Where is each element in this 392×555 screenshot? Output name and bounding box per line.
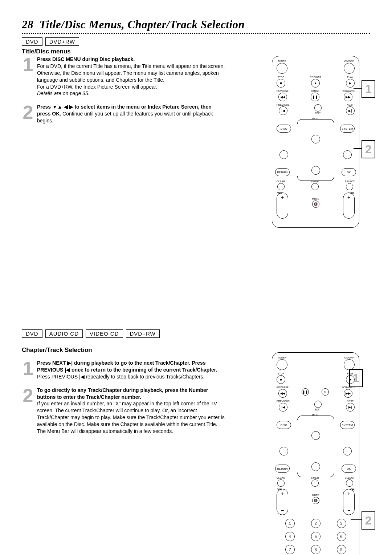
num-8[interactable]: 8: [311, 545, 320, 554]
num-1[interactable]: 1: [285, 519, 295, 528]
dpad-down[interactable]: [311, 462, 320, 471]
forward-button[interactable]: ▶▶: [344, 389, 352, 398]
lbl-clear: CLEAR: [277, 477, 285, 479]
num-6[interactable]: 6: [337, 532, 346, 541]
step-number: 1: [22, 57, 34, 73]
step2-body: Continue until you set up all the featur…: [37, 111, 213, 123]
forward-button[interactable]: ▶▶: [344, 93, 352, 101]
play-button[interactable]: ▶: [346, 79, 355, 88]
step1-bold: Press DISC MENU during Disc playback.: [37, 56, 135, 62]
lbl-mute: MUTE: [312, 494, 319, 497]
num-7[interactable]: 7: [285, 545, 295, 554]
tuner-button[interactable]: [277, 359, 287, 370]
mute-button[interactable]: 🔇: [312, 200, 319, 208]
timer-button[interactable]: [311, 479, 319, 487]
edit-button[interactable]: [314, 401, 322, 408]
stop-button[interactable]: ■: [277, 375, 285, 384]
section1-step2: 2 Press ▼▲ ◀ ▶ to select items in the me…: [22, 104, 225, 124]
reverse-button[interactable]: ◀◀: [278, 389, 287, 398]
s2-step1-bold: Press NEXT ▶| during playback to go to t…: [37, 360, 217, 373]
dpad-left[interactable]: [279, 447, 288, 455]
lbl-timer: TIMER: [311, 180, 319, 183]
system-button[interactable]: SYSTEM: [340, 125, 355, 133]
previous-button[interactable]: |◀: [279, 106, 287, 115]
vol-rocker[interactable]: +−: [277, 193, 288, 219]
s2-step2-body: If you enter an invalid number, an "X" m…: [37, 401, 225, 434]
step-number: 2: [22, 388, 34, 404]
dpad-right[interactable]: [343, 150, 352, 159]
lbl-edit: EDIT: [315, 408, 320, 411]
ok-button[interactable]: OK: [342, 168, 356, 176]
num-3[interactable]: 3: [337, 519, 346, 528]
tag-audiocd: AUDIO CD: [45, 329, 83, 338]
system-button[interactable]: SYSTEM: [340, 421, 355, 429]
page-number: 28: [22, 18, 33, 31]
num-2[interactable]: 2: [311, 519, 320, 528]
mute-button[interactable]: 🔇: [312, 497, 319, 504]
lbl-recotr: REC/OTR: [310, 76, 321, 78]
timer-button[interactable]: [311, 183, 319, 190]
callout-2b: 2: [362, 511, 375, 530]
ch-rocker[interactable]: +−: [343, 489, 355, 515]
section2-step1: 1 Press NEXT ▶| during playback to go to…: [22, 360, 225, 380]
step-number: 1: [22, 361, 34, 376]
step-button[interactable]: ▷: [322, 388, 329, 396]
lbl-tuner: TUNER: [278, 60, 286, 62]
vol-rocker[interactable]: +−: [277, 489, 288, 515]
lbl-mute: MUTE: [312, 198, 319, 200]
onoff-button[interactable]: [344, 359, 355, 370]
stop-button[interactable]: ■: [277, 79, 285, 88]
pause-button[interactable]: ❚❚: [311, 93, 319, 101]
tag-dvdrw-2: DVD+RW: [126, 329, 160, 338]
return-button[interactable]: RETURN: [275, 168, 290, 176]
lbl-select: SELECT: [345, 180, 355, 183]
num-5[interactable]: 5: [311, 532, 320, 541]
title-text: Title/Disc Menus, Chapter/Track Selectio…: [40, 18, 245, 31]
lbl-reverse: REVERSE: [277, 386, 289, 389]
section1-step1: 1 Press DISC MENU during Disc playback. …: [22, 56, 225, 97]
dpad-right[interactable]: [343, 447, 352, 455]
disc-button[interactable]: DISC: [277, 125, 291, 133]
ch-rocker[interactable]: +−: [343, 193, 355, 219]
ok-button[interactable]: OK: [342, 465, 356, 473]
next-button[interactable]: ▶|: [346, 106, 355, 115]
select-button[interactable]: [346, 183, 353, 190]
num-9[interactable]: 9: [337, 545, 346, 554]
previous-button[interactable]: |◀: [279, 403, 287, 412]
pause-button[interactable]: ❚❚: [302, 388, 309, 396]
clear-button[interactable]: [277, 479, 285, 487]
lbl-play: PLAY: [347, 76, 353, 78]
lbl-next: NEXT: [347, 400, 354, 402]
rec-button[interactable]: ●: [311, 79, 320, 88]
lbl-reverse: REVERSE: [277, 90, 289, 92]
lbl-forward: FORWARD: [342, 90, 355, 92]
tuner-button[interactable]: [277, 63, 287, 74]
disc-button[interactable]: DISC: [277, 421, 291, 429]
tag-dvdrw: DVD+RW: [45, 37, 79, 46]
select-button[interactable]: [346, 479, 353, 487]
lbl-onoff: ON/OFF: [344, 356, 354, 359]
lbl-ch: CH: [350, 488, 354, 491]
next-button[interactable]: ▶|: [346, 403, 355, 412]
lbl-menu: MENU: [277, 117, 355, 120]
dpad-down[interactable]: [311, 166, 320, 175]
return-button[interactable]: RETURN: [275, 465, 290, 473]
callout-1b: 1: [349, 369, 363, 387]
s2-step1-body: Press PREVIOUS |◀ repeatedly to step bac…: [37, 374, 204, 380]
onoff-button[interactable]: [344, 63, 355, 74]
lbl-next: NEXT: [347, 104, 354, 106]
num-4[interactable]: 4: [285, 532, 295, 541]
dpad-up[interactable]: [311, 431, 320, 440]
page-title: 28 Title/Disc Menus, Chapter/Track Selec…: [22, 18, 370, 31]
tag-dvd: DVD: [22, 37, 42, 46]
step1-body2: For a DVD+RW, the Index Picture Screen w…: [37, 84, 158, 90]
dpad-up[interactable]: [311, 135, 320, 143]
lbl-vol: VOL: [277, 192, 282, 194]
edit-button[interactable]: [314, 104, 322, 112]
reverse-button[interactable]: ◀◀: [278, 93, 287, 101]
dpad-left[interactable]: [279, 150, 288, 159]
clear-button[interactable]: [277, 183, 285, 190]
lbl-edit: EDIT: [315, 112, 320, 114]
tag-dvd-2: DVD: [22, 329, 42, 338]
lbl-previous: PREVIOUS: [277, 104, 290, 106]
